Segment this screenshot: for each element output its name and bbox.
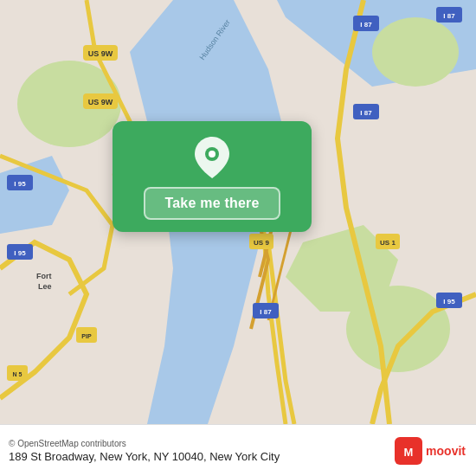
moovit-icon: M (395, 437, 422, 465)
svg-text:PIP: PIP (81, 333, 92, 339)
card-overlay: Take me there (113, 121, 312, 232)
svg-point-6 (372, 17, 459, 87)
svg-text:I 95: I 95 (14, 180, 26, 188)
svg-point-38 (209, 151, 215, 158)
svg-text:I 87: I 87 (443, 12, 455, 20)
map-pin-icon (191, 137, 233, 178)
svg-text:Lee: Lee (38, 282, 52, 291)
svg-text:I 87: I 87 (360, 109, 372, 117)
bottom-bar: © OpenStreetMap contributors 189 St Broa… (0, 424, 476, 476)
osm-credit: © OpenStreetMap contributors (9, 439, 280, 448)
svg-text:I 87: I 87 (260, 308, 272, 316)
svg-text:US 9W: US 9W (88, 49, 113, 58)
svg-text:Fort: Fort (36, 272, 52, 280)
moovit-label: moovit (426, 444, 466, 458)
take-me-there-button[interactable]: Take me there (144, 187, 280, 220)
svg-text:US 1: US 1 (380, 239, 396, 247)
address-text: 189 St Broadway, New York, NY 10040, New… (9, 450, 280, 463)
svg-text:M: M (404, 446, 414, 459)
svg-text:US 9: US 9 (254, 239, 269, 247)
map-container: Hudson River US 9W US 9W I 95 (0, 0, 476, 424)
svg-text:N 5: N 5 (13, 371, 23, 377)
svg-text:US 9W: US 9W (88, 98, 113, 106)
svg-text:I 87: I 87 (360, 21, 372, 29)
svg-text:I 95: I 95 (14, 249, 26, 257)
svg-text:I 95: I 95 (443, 298, 455, 306)
bottom-left: © OpenStreetMap contributors 189 St Broa… (9, 439, 280, 463)
moovit-logo[interactable]: M moovit (395, 437, 466, 465)
